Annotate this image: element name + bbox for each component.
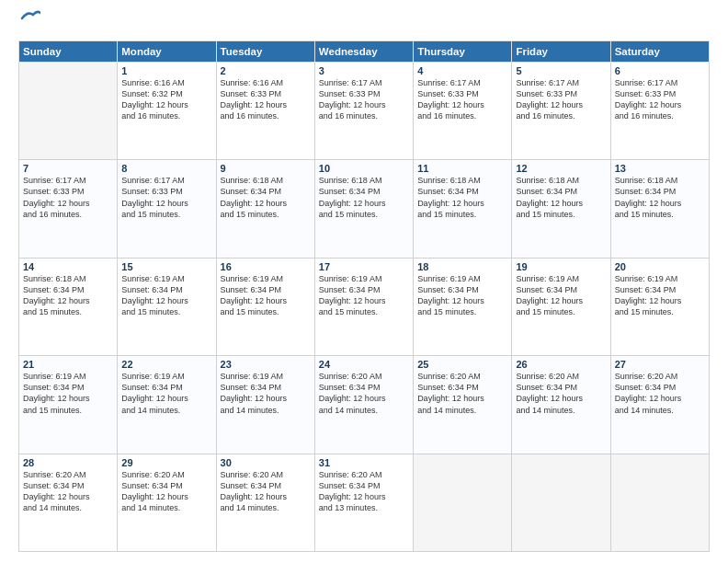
calendar-cell: 1Sunrise: 6:16 AM Sunset: 6:32 PM Daylig… bbox=[118, 62, 216, 159]
day-number: 13 bbox=[615, 163, 705, 174]
day-info: Sunrise: 6:17 AM Sunset: 6:33 PM Dayligh… bbox=[516, 77, 606, 122]
calendar-cell bbox=[19, 62, 118, 159]
day-info: Sunrise: 6:20 AM Sunset: 6:34 PM Dayligh… bbox=[121, 469, 211, 514]
calendar-cell: 5Sunrise: 6:17 AM Sunset: 6:33 PM Daylig… bbox=[512, 62, 610, 159]
day-number: 29 bbox=[121, 457, 211, 468]
weekday-header-tuesday: Tuesday bbox=[216, 40, 314, 62]
day-number: 22 bbox=[121, 359, 211, 370]
calendar-cell bbox=[414, 454, 512, 551]
calendar-cell bbox=[512, 454, 610, 551]
day-info: Sunrise: 6:19 AM Sunset: 6:34 PM Dayligh… bbox=[615, 273, 705, 318]
day-info: Sunrise: 6:17 AM Sunset: 6:33 PM Dayligh… bbox=[319, 77, 409, 122]
day-info: Sunrise: 6:20 AM Sunset: 6:34 PM Dayligh… bbox=[417, 371, 507, 416]
calendar-cell: 13Sunrise: 6:18 AM Sunset: 6:34 PM Dayli… bbox=[610, 160, 709, 258]
calendar-cell: 17Sunrise: 6:19 AM Sunset: 6:34 PM Dayli… bbox=[314, 258, 413, 355]
day-number: 24 bbox=[319, 359, 409, 370]
day-number: 8 bbox=[121, 163, 211, 174]
day-info: Sunrise: 6:18 AM Sunset: 6:34 PM Dayligh… bbox=[615, 175, 705, 220]
calendar-cell: 2Sunrise: 6:16 AM Sunset: 6:33 PM Daylig… bbox=[216, 62, 314, 159]
calendar-table: SundayMondayTuesdayWednesdayThursdayFrid… bbox=[18, 40, 710, 552]
day-info: Sunrise: 6:17 AM Sunset: 6:33 PM Dayligh… bbox=[615, 77, 705, 122]
day-number: 9 bbox=[221, 163, 311, 174]
logo-bird-icon bbox=[20, 9, 40, 26]
calendar-cell: 6Sunrise: 6:17 AM Sunset: 6:33 PM Daylig… bbox=[610, 62, 709, 159]
day-number: 17 bbox=[319, 261, 409, 272]
day-number: 1 bbox=[121, 65, 211, 76]
day-number: 2 bbox=[221, 65, 311, 76]
page: SundayMondayTuesdayWednesdayThursdayFrid… bbox=[0, 0, 728, 563]
day-number: 10 bbox=[319, 163, 409, 174]
calendar-cell: 31Sunrise: 6:20 AM Sunset: 6:34 PM Dayli… bbox=[314, 454, 413, 551]
day-number: 20 bbox=[615, 261, 705, 272]
day-number: 25 bbox=[417, 359, 507, 370]
day-number: 27 bbox=[615, 359, 705, 370]
calendar-cell: 7Sunrise: 6:17 AM Sunset: 6:33 PM Daylig… bbox=[19, 160, 118, 258]
logo bbox=[18, 15, 40, 33]
weekday-header-saturday: Saturday bbox=[610, 40, 709, 62]
day-info: Sunrise: 6:20 AM Sunset: 6:34 PM Dayligh… bbox=[319, 371, 409, 416]
calendar-cell: 22Sunrise: 6:19 AM Sunset: 6:34 PM Dayli… bbox=[118, 356, 216, 454]
day-info: Sunrise: 6:18 AM Sunset: 6:34 PM Dayligh… bbox=[221, 175, 311, 220]
calendar-cell: 4Sunrise: 6:17 AM Sunset: 6:33 PM Daylig… bbox=[414, 62, 512, 159]
calendar-cell: 9Sunrise: 6:18 AM Sunset: 6:34 PM Daylig… bbox=[216, 160, 314, 258]
day-info: Sunrise: 6:19 AM Sunset: 6:34 PM Dayligh… bbox=[516, 273, 606, 318]
calendar-cell: 15Sunrise: 6:19 AM Sunset: 6:34 PM Dayli… bbox=[118, 258, 216, 355]
calendar-cell: 20Sunrise: 6:19 AM Sunset: 6:34 PM Dayli… bbox=[610, 258, 709, 355]
day-number: 28 bbox=[23, 457, 113, 468]
calendar-cell: 19Sunrise: 6:19 AM Sunset: 6:34 PM Dayli… bbox=[512, 258, 610, 355]
day-info: Sunrise: 6:19 AM Sunset: 6:34 PM Dayligh… bbox=[121, 273, 211, 318]
calendar-cell: 10Sunrise: 6:18 AM Sunset: 6:34 PM Dayli… bbox=[314, 160, 413, 258]
day-number: 31 bbox=[319, 457, 409, 468]
calendar-cell: 16Sunrise: 6:19 AM Sunset: 6:34 PM Dayli… bbox=[216, 258, 314, 355]
day-number: 7 bbox=[23, 163, 113, 174]
calendar-cell: 30Sunrise: 6:20 AM Sunset: 6:34 PM Dayli… bbox=[216, 454, 314, 551]
day-info: Sunrise: 6:20 AM Sunset: 6:34 PM Dayligh… bbox=[23, 469, 113, 514]
weekday-header-sunday: Sunday bbox=[19, 40, 118, 62]
day-info: Sunrise: 6:18 AM Sunset: 6:34 PM Dayligh… bbox=[417, 175, 507, 220]
calendar-cell: 14Sunrise: 6:18 AM Sunset: 6:34 PM Dayli… bbox=[19, 258, 118, 355]
day-info: Sunrise: 6:19 AM Sunset: 6:34 PM Dayligh… bbox=[23, 371, 113, 416]
weekday-header-monday: Monday bbox=[118, 40, 216, 62]
calendar-cell: 12Sunrise: 6:18 AM Sunset: 6:34 PM Dayli… bbox=[512, 160, 610, 258]
day-number: 4 bbox=[417, 65, 507, 76]
day-number: 6 bbox=[615, 65, 705, 76]
calendar-cell: 26Sunrise: 6:20 AM Sunset: 6:34 PM Dayli… bbox=[512, 356, 610, 454]
header bbox=[18, 15, 710, 33]
day-info: Sunrise: 6:19 AM Sunset: 6:34 PM Dayligh… bbox=[221, 273, 311, 318]
day-number: 19 bbox=[516, 261, 606, 272]
calendar-cell: 23Sunrise: 6:19 AM Sunset: 6:34 PM Dayli… bbox=[216, 356, 314, 454]
day-info: Sunrise: 6:18 AM Sunset: 6:34 PM Dayligh… bbox=[23, 273, 113, 318]
day-info: Sunrise: 6:19 AM Sunset: 6:34 PM Dayligh… bbox=[221, 371, 311, 416]
day-info: Sunrise: 6:19 AM Sunset: 6:34 PM Dayligh… bbox=[319, 273, 409, 318]
calendar-cell: 25Sunrise: 6:20 AM Sunset: 6:34 PM Dayli… bbox=[414, 356, 512, 454]
calendar-cell: 11Sunrise: 6:18 AM Sunset: 6:34 PM Dayli… bbox=[414, 160, 512, 258]
calendar-cell: 18Sunrise: 6:19 AM Sunset: 6:34 PM Dayli… bbox=[414, 258, 512, 355]
calendar-cell: 21Sunrise: 6:19 AM Sunset: 6:34 PM Dayli… bbox=[19, 356, 118, 454]
day-info: Sunrise: 6:16 AM Sunset: 6:32 PM Dayligh… bbox=[121, 77, 211, 122]
day-info: Sunrise: 6:16 AM Sunset: 6:33 PM Dayligh… bbox=[221, 77, 311, 122]
day-number: 21 bbox=[23, 359, 113, 370]
calendar-cell: 27Sunrise: 6:20 AM Sunset: 6:34 PM Dayli… bbox=[610, 356, 709, 454]
day-number: 30 bbox=[221, 457, 311, 468]
calendar-cell: 3Sunrise: 6:17 AM Sunset: 6:33 PM Daylig… bbox=[314, 62, 413, 159]
day-info: Sunrise: 6:20 AM Sunset: 6:34 PM Dayligh… bbox=[615, 371, 705, 416]
day-number: 5 bbox=[516, 65, 606, 76]
day-number: 15 bbox=[121, 261, 211, 272]
day-number: 18 bbox=[417, 261, 507, 272]
day-number: 3 bbox=[319, 65, 409, 76]
day-info: Sunrise: 6:18 AM Sunset: 6:34 PM Dayligh… bbox=[516, 175, 606, 220]
calendar-cell bbox=[610, 454, 709, 551]
day-info: Sunrise: 6:17 AM Sunset: 6:33 PM Dayligh… bbox=[121, 175, 211, 220]
day-number: 23 bbox=[221, 359, 311, 370]
day-info: Sunrise: 6:20 AM Sunset: 6:34 PM Dayligh… bbox=[319, 469, 409, 514]
day-number: 14 bbox=[23, 261, 113, 272]
day-number: 26 bbox=[516, 359, 606, 370]
calendar-cell: 29Sunrise: 6:20 AM Sunset: 6:34 PM Dayli… bbox=[118, 454, 216, 551]
day-info: Sunrise: 6:19 AM Sunset: 6:34 PM Dayligh… bbox=[417, 273, 507, 318]
day-info: Sunrise: 6:17 AM Sunset: 6:33 PM Dayligh… bbox=[417, 77, 507, 122]
calendar-cell: 8Sunrise: 6:17 AM Sunset: 6:33 PM Daylig… bbox=[118, 160, 216, 258]
weekday-header-friday: Friday bbox=[512, 40, 610, 62]
day-number: 11 bbox=[417, 163, 507, 174]
weekday-header-wednesday: Wednesday bbox=[314, 40, 413, 62]
day-info: Sunrise: 6:19 AM Sunset: 6:34 PM Dayligh… bbox=[121, 371, 211, 416]
